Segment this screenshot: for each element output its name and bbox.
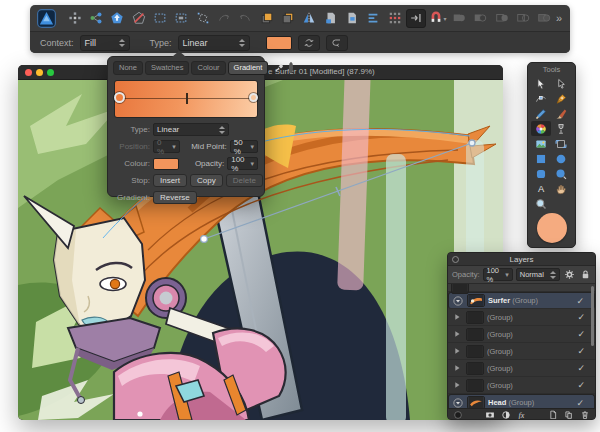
layer-visibility-check[interactable]: ✓ <box>576 296 591 306</box>
boolean-divide-icon[interactable] <box>513 9 532 28</box>
boolean-add-icon[interactable] <box>449 9 468 28</box>
tab-none[interactable]: None <box>113 61 143 75</box>
panel-close-button[interactable] <box>452 256 459 263</box>
layer-thumbnail[interactable] <box>467 396 485 408</box>
layer-thumbnail[interactable] <box>466 345 484 358</box>
expand-arrow-icon[interactable] <box>451 379 463 391</box>
marquee-transform-icon[interactable] <box>193 9 212 28</box>
zoom-tool-icon[interactable] <box>531 196 551 211</box>
layer-row-head[interactable]: Head (Group) ✓ <box>448 394 595 408</box>
node-tool-icon[interactable] <box>551 76 571 91</box>
node-link-icon[interactable] <box>87 9 106 28</box>
vector-crop-tool-icon[interactable] <box>551 136 571 151</box>
undo-arrow-icon[interactable] <box>214 9 233 28</box>
close-window-button[interactable] <box>25 69 32 76</box>
layer-opacity-select[interactable]: 100 %▾ <box>483 268 513 281</box>
layer-row-group[interactable]: (Group) ✓ <box>448 309 595 326</box>
vector-brush-tool-icon[interactable] <box>551 106 571 121</box>
move-by-whole-pixels-icon[interactable] <box>406 9 425 28</box>
layer-row-group[interactable]: (Group) ✓ <box>448 377 595 394</box>
popup-type-select[interactable]: Linear <box>153 123 229 136</box>
pen-tool-icon[interactable] <box>551 91 571 106</box>
stop-colour-swatch[interactable] <box>153 158 179 170</box>
expand-arrow-icon[interactable] <box>451 311 463 323</box>
collapse-arrow-icon[interactable] <box>452 295 464 307</box>
blend-mode-select[interactable]: Normal <box>516 268 560 281</box>
lock-layer-icon[interactable] <box>579 268 591 282</box>
tab-swatches[interactable]: Swatches <box>145 61 190 75</box>
gradient-start-stop[interactable] <box>114 92 125 103</box>
snap-grid-icon[interactable] <box>385 9 404 28</box>
shape-tool-icon[interactable] <box>551 166 571 181</box>
snapping-presets-icon[interactable] <box>65 9 84 28</box>
edit-all-layers-icon[interactable] <box>129 9 148 28</box>
mask-layer-icon[interactable] <box>484 410 496 421</box>
zoom-window-button[interactable] <box>47 69 54 76</box>
layer-row-surfer[interactable]: Surfer (Group) ✓ <box>448 292 595 309</box>
transparency-tool-icon[interactable] <box>551 121 571 136</box>
bring-forward-icon[interactable] <box>257 9 276 28</box>
view-tool-icon[interactable] <box>551 181 571 196</box>
opacity-select[interactable]: 100 %▾ <box>227 157 258 170</box>
layer-visibility-check[interactable]: ✓ <box>577 363 592 373</box>
tab-gradient[interactable]: Gradient <box>228 61 269 75</box>
boolean-subtract-icon[interactable] <box>471 9 490 28</box>
layer-visibility-check[interactable]: ✓ <box>577 380 592 390</box>
place-image-tool-icon[interactable] <box>531 136 551 151</box>
tab-colour[interactable]: Colour <box>191 61 225 75</box>
delete-layer-icon[interactable] <box>579 410 591 421</box>
marquee-select-icon[interactable] <box>150 9 169 28</box>
boolean-intersect-icon[interactable] <box>492 9 511 28</box>
alignment-icon[interactable] <box>364 9 383 28</box>
gradient-type-select[interactable]: Linear <box>178 35 250 51</box>
gradient-end-stop[interactable] <box>249 93 258 102</box>
gradient-editor[interactable] <box>114 80 258 118</box>
expand-arrow-icon[interactable] <box>451 328 463 340</box>
layer-thumbnail[interactable] <box>466 362 484 375</box>
layer-visibility-check[interactable]: ✓ <box>577 346 592 356</box>
corner-tool-icon[interactable] <box>531 91 551 106</box>
flip-horizontal-icon[interactable] <box>300 9 319 28</box>
pencil-tool-icon[interactable] <box>531 106 551 121</box>
layer-thumbnail[interactable] <box>466 311 484 324</box>
redo-arrow-icon[interactable] <box>236 9 255 28</box>
layer-row-group[interactable]: (Group) ✓ <box>448 326 595 343</box>
layer-thumbnail[interactable] <box>466 379 484 392</box>
marquee-subtract-icon[interactable] <box>172 9 191 28</box>
insert-stop-button[interactable]: Insert <box>153 174 187 187</box>
ellipse-tool-icon[interactable] <box>551 151 571 166</box>
layer-thumbnail[interactable] <box>467 294 485 307</box>
rectangle-tool-icon[interactable] <box>531 151 551 166</box>
midpoint-select[interactable]: 50 %▾ <box>230 140 258 153</box>
rounded-rectangle-tool-icon[interactable] <box>531 166 551 181</box>
revert-fill-icon[interactable] <box>326 35 348 51</box>
current-colour-well[interactable] <box>537 213 567 243</box>
send-backward-icon[interactable] <box>278 9 297 28</box>
layers-scrollbar[interactable] <box>591 286 594 346</box>
colour-picker-eyedropper-icon[interactable] <box>274 61 285 74</box>
context-select[interactable]: Fill <box>80 35 130 51</box>
snapping-magnet-icon[interactable]: ▾ <box>428 9 447 28</box>
collapse-arrow-icon[interactable] <box>452 397 464 409</box>
layer-row-clipped[interactable] <box>448 284 595 292</box>
insert-inside-icon[interactable] <box>342 9 361 28</box>
position-select[interactable]: 0 %▾ <box>153 140 180 153</box>
toolbar-overflow-chevron[interactable]: » <box>556 12 564 24</box>
new-layer-icon[interactable] <box>547 410 559 421</box>
boolean-combine-icon[interactable] <box>535 9 554 28</box>
duplicate-layer-icon[interactable] <box>563 410 575 421</box>
expand-arrow-icon[interactable] <box>451 362 463 374</box>
layer-effects-icon[interactable]: fx <box>516 410 528 421</box>
layer-visibility-check[interactable]: ✓ <box>576 398 591 408</box>
layer-colour-tag-icon[interactable] <box>452 410 464 421</box>
colour-picker-tool-icon[interactable] <box>531 121 551 136</box>
fill-colour-swatch[interactable] <box>266 36 292 50</box>
gradient-midpoint-handle[interactable] <box>186 93 188 104</box>
adjustment-layer-icon[interactable] <box>500 410 512 421</box>
layer-row-group[interactable]: (Group) ✓ <box>448 343 595 360</box>
move-tool-icon[interactable] <box>531 76 551 91</box>
layer-thumbnail[interactable] <box>466 328 484 341</box>
insert-behind-icon[interactable] <box>108 9 127 28</box>
layer-visibility-check[interactable]: ✓ <box>577 312 592 322</box>
minimize-window-button[interactable] <box>36 69 43 76</box>
